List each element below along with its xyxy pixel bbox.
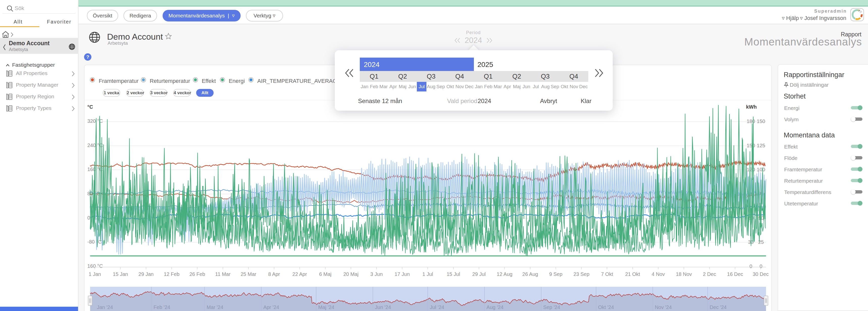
svg-text:3 Jun: 3 Jun <box>370 271 383 277</box>
svg-text:Jan '24: Jan '24 <box>97 305 113 310</box>
svg-text:1 Jan: 1 Jan <box>89 271 101 277</box>
svg-text:Nov '24: Nov '24 <box>655 305 672 310</box>
svg-text:Okt '24: Okt '24 <box>598 305 614 310</box>
svg-text:29 Jul: 29 Jul <box>472 271 486 277</box>
svg-text:6 Maj: 6 Maj <box>319 271 332 277</box>
svg-text:25 Mar: 25 Mar <box>241 271 256 277</box>
svg-text:9 Sep: 9 Sep <box>549 271 562 277</box>
svg-text:1 Jul: 1 Jul <box>423 271 433 277</box>
svg-text:0: 0 <box>760 263 762 269</box>
svg-text:18 Nov: 18 Nov <box>676 271 692 277</box>
svg-text:Dec '24: Dec '24 <box>710 305 726 310</box>
svg-text:22 Apr: 22 Apr <box>292 271 307 277</box>
svg-text:16 Dec: 16 Dec <box>727 271 743 277</box>
svg-text:30 Dec: 30 Dec <box>753 271 769 277</box>
svg-text:25: 25 <box>758 239 764 245</box>
svg-text:20 Maj: 20 Maj <box>343 271 359 277</box>
svg-text:Jul '24: Jul '24 <box>430 305 444 310</box>
svg-text:12 Aug: 12 Aug <box>497 271 512 277</box>
svg-text:Jun '24: Jun '24 <box>375 305 391 310</box>
svg-text:150: 150 <box>747 143 755 148</box>
svg-text:2 Dec: 2 Dec <box>703 271 716 277</box>
svg-text:8 Apr: 8 Apr <box>268 271 280 277</box>
svg-text:26 Feb: 26 Feb <box>189 271 205 277</box>
svg-text:23 Sep: 23 Sep <box>574 271 589 277</box>
svg-text:21 Okt: 21 Okt <box>625 271 640 277</box>
svg-text:160 °C: 160 °C <box>87 263 103 269</box>
svg-text:7 Okt: 7 Okt <box>601 271 613 277</box>
svg-text:15 Jan: 15 Jan <box>113 271 128 277</box>
svg-text:Maj '24: Maj '24 <box>318 305 334 310</box>
svg-text:17 Jun: 17 Jun <box>395 271 410 277</box>
svg-text:Sep '24: Sep '24 <box>543 305 560 310</box>
svg-text:0: 0 <box>749 263 752 269</box>
svg-text:°C: °C <box>87 104 93 110</box>
svg-text:Aug '24: Aug '24 <box>487 305 503 310</box>
svg-text:Mar '24: Mar '24 <box>207 305 223 310</box>
svg-text:11 Mar: 11 Mar <box>215 271 230 277</box>
svg-text:29 Jan: 29 Jan <box>138 271 154 277</box>
svg-text:150: 150 <box>757 118 765 124</box>
svg-text:12 Feb: 12 Feb <box>164 271 180 277</box>
svg-text:125: 125 <box>757 143 765 148</box>
svg-text:Feb '24: Feb '24 <box>154 305 170 310</box>
svg-text:15 Jul: 15 Jul <box>446 271 460 277</box>
svg-text:180: 180 <box>747 118 755 124</box>
svg-text:4 Nov: 4 Nov <box>652 271 665 277</box>
svg-text:-80 °C: -80 °C <box>87 239 102 245</box>
svg-text:26 Aug: 26 Aug <box>522 271 538 277</box>
svg-text:320 °C: 320 °C <box>87 118 103 124</box>
svg-text:Apr '24: Apr '24 <box>263 305 279 310</box>
svg-text:100: 100 <box>757 167 765 172</box>
svg-text:kWh: kWh <box>746 104 757 110</box>
